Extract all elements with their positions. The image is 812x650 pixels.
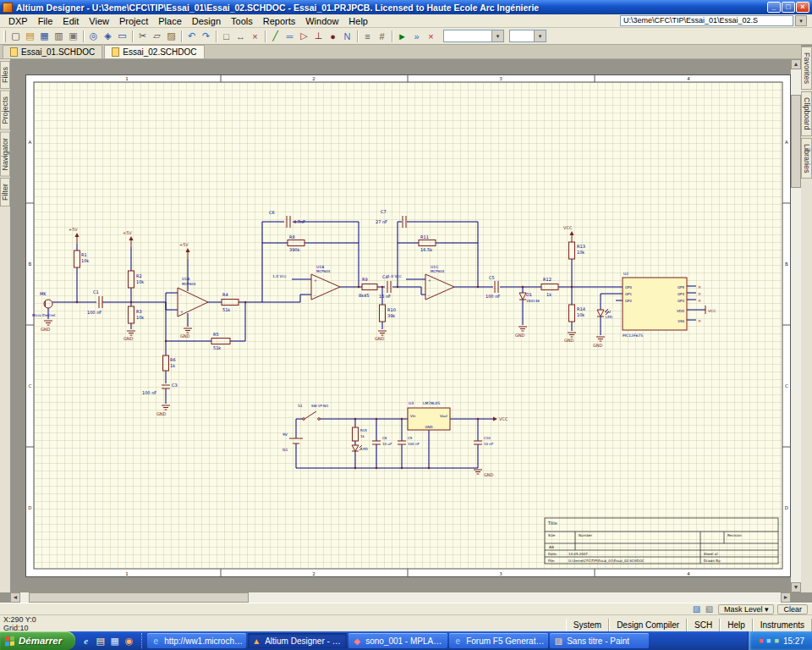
task-label: http://ww1.microchip.co... (164, 636, 243, 646)
place-wire-icon[interactable]: ╱ (268, 30, 283, 43)
taskbar-task[interactable]: eForum F5 Generation - O... (449, 633, 548, 648)
scroll-up-icon[interactable]: ▲ (791, 59, 801, 69)
scroll-left-icon[interactable]: ◄ (10, 592, 20, 603)
taskbar-task[interactable]: ▲Altium Designer - U:\... (248, 633, 347, 648)
mask-dim-icon[interactable]: ▧ (704, 604, 715, 614)
redo-icon[interactable]: ↷ (199, 30, 213, 43)
place-net-label-icon[interactable]: N (340, 30, 354, 43)
minimize-button[interactable]: _ (767, 2, 781, 13)
align-objects-icon[interactable]: ≡ (360, 30, 375, 43)
start-button[interactable]: Démarrer (0, 631, 75, 650)
window-controls: _□× (766, 2, 809, 13)
horizontal-scrollbar[interactable]: ◄ ► (10, 592, 791, 603)
zoom-fit-icon[interactable]: ◈ (101, 30, 115, 43)
taskbar-task[interactable]: ◆sono_001 - MPLAB IDE v... (348, 633, 447, 648)
panel-button-design-compiler[interactable]: Design Compiler (609, 619, 687, 631)
gr id-settings-icon[interactable]: # (375, 30, 389, 43)
menu-tools[interactable]: Tools (226, 15, 258, 27)
vertical-scroll-thumb[interactable] (791, 95, 801, 188)
scroll-right-icon[interactable]: ► (781, 592, 791, 603)
tray-icons: ■■■ (759, 637, 779, 645)
panel-buttons: SystemDesign CompilerSCHHelpInstruments (566, 615, 812, 631)
zoom-selection-icon[interactable]: ▭ (115, 30, 129, 43)
tray-icon-3[interactable]: ■ (775, 637, 779, 645)
close-button[interactable]: × (796, 2, 809, 13)
stop-icon[interactable]: × (424, 30, 438, 43)
folder-icon[interactable]: ▤ (94, 635, 107, 647)
panel-tab-favorites[interactable]: Favorites (801, 47, 812, 90)
panel-button-help[interactable]: Help (720, 619, 753, 631)
toolbar-combo-1[interactable] (443, 30, 504, 42)
undo-icon[interactable]: ↶ (184, 30, 199, 43)
panel-button-sch[interactable]: SCH (687, 619, 720, 631)
open-document-icon[interactable]: ▤ (23, 30, 37, 43)
taskbar-task[interactable]: ▨Sans titre - Paint (550, 633, 649, 648)
copy-icon[interactable]: ▱ (150, 30, 164, 43)
clear-selection-icon[interactable]: × (248, 30, 262, 43)
menu-edit[interactable]: Edit (58, 15, 84, 27)
mask-icons: ▨▧ (691, 604, 715, 614)
vertical-scroll-track[interactable] (791, 69, 801, 582)
clear-button[interactable]: Clear (777, 604, 808, 614)
menu-design[interactable]: Design (187, 15, 226, 27)
media-player-icon[interactable]: ◉ (123, 635, 135, 647)
print-icon[interactable]: ▥ (52, 30, 66, 43)
task-icon: ◆ (352, 636, 362, 646)
horizontal-scroll-thumb[interactable] (29, 592, 249, 603)
right-panel-strip: FavoritesClipboardLibraries (801, 47, 812, 592)
save-icon[interactable]: ▦ (37, 30, 52, 43)
menu-place[interactable]: Place (153, 15, 187, 27)
taskbar-task[interactable]: ehttp://ww1.microchip.co... (147, 633, 246, 648)
address-input[interactable]: U:\3eme\CFC\TIP\Essai_01\Essai_02.S (620, 15, 793, 26)
tray-icon-2[interactable]: ■ (766, 637, 771, 645)
mask-level-button[interactable]: Mask Level ▾ (718, 604, 775, 614)
panel-button-system[interactable]: System (566, 619, 609, 631)
task-label: Sans titre - Paint (567, 636, 629, 646)
menu-project[interactable]: Project (114, 15, 153, 27)
menu-reports[interactable]: Reports (258, 15, 301, 27)
task-label: Altium Designer - U:\... (265, 636, 343, 646)
mask-highlight-icon[interactable]: ▨ (691, 604, 702, 614)
menu-window[interactable]: Window (300, 15, 343, 27)
paste-icon[interactable]: ▨ (164, 30, 178, 43)
place-junction-icon[interactable]: ● (326, 30, 340, 43)
show-desktop-icon[interactable]: ▦ (108, 635, 121, 647)
coords-xy: X:290 Y:0 (3, 615, 107, 624)
cut-icon[interactable]: ✂ (135, 30, 150, 43)
panel-button-instruments[interactable]: Instruments (753, 619, 812, 631)
toolbar-grip[interactable] (3, 30, 6, 42)
menu-view[interactable]: View (84, 15, 114, 27)
tray-icon-1[interactable]: ■ (759, 637, 763, 645)
panel-tab-clipboard[interactable]: Clipboard (801, 91, 812, 136)
panel-tab-navigator[interactable]: Navigator (0, 132, 10, 177)
task-icon: ▲ (251, 636, 261, 646)
place-bus-icon[interactable]: ═ (283, 30, 297, 43)
place-part-icon[interactable]: ▷ (297, 30, 311, 43)
document-tab-essai_02.schdoc[interactable]: Essai_02.SCHDOC (104, 45, 204, 58)
panel-tab-libraries[interactable]: Libraries (801, 138, 812, 179)
panel-tab-projects[interactable]: Projects (0, 91, 10, 130)
ie-icon[interactable]: e (80, 635, 92, 647)
compile-icon[interactable]: ► (395, 30, 409, 43)
maximize-button[interactable]: □ (782, 2, 795, 13)
document-tab-essai_01.schdoc[interactable]: Essai_01.SCHDOC (3, 45, 102, 58)
place-power-port-icon[interactable]: ⊥ (311, 30, 326, 43)
scroll-down-icon[interactable]: ▼ (791, 582, 801, 592)
new-document-icon[interactable]: ▢ (8, 30, 23, 43)
panel-tab-files[interactable]: Files (0, 61, 10, 89)
move-selection-icon[interactable]: ↔ (233, 30, 248, 43)
toolbar-combo-2[interactable] (509, 30, 546, 42)
horizontal-scroll-track[interactable] (20, 592, 781, 603)
task-buttons: ehttp://ww1.microchip.co...▲Altium Desig… (146, 633, 650, 648)
menu-file[interactable]: File (33, 15, 58, 27)
panel-tab-filter[interactable]: Filter (0, 178, 10, 207)
menu-help[interactable]: Help (343, 15, 373, 27)
vertical-scrollbar[interactable]: ▲ ▼ (791, 59, 801, 592)
address-dropdown-icon[interactable]: ▾ (795, 15, 807, 26)
zoom-area-icon[interactable]: ◎ (86, 30, 101, 43)
schematic-canvas[interactable] (34, 82, 782, 569)
select-area-icon[interactable]: □ (219, 30, 233, 43)
menu-dxp[interactable]: DXP (3, 15, 33, 27)
print-preview-icon[interactable]: ▣ (66, 30, 80, 43)
cross-probe-icon[interactable]: » (409, 30, 424, 43)
